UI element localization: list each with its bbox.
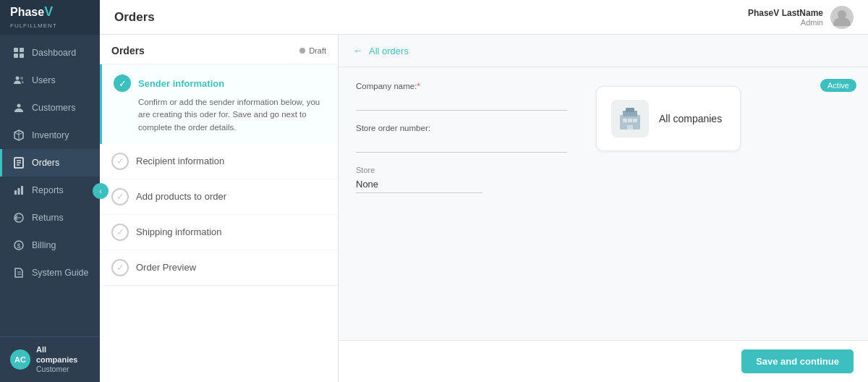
sidebar-item-billing[interactable]: $ Billing (0, 232, 100, 259)
back-arrow-icon[interactable]: ← (353, 45, 363, 56)
user-name: PhaseV LastName (748, 8, 823, 18)
sidebar: Phase V FULFILLMENT Dashboard Users Cust… (0, 0, 100, 382)
save-continue-button[interactable]: Save and continue (741, 349, 854, 373)
sidebar-item-returns[interactable]: Returns (0, 204, 100, 232)
step-shipping-label: Shipping information (136, 226, 222, 237)
store-select[interactable]: None (356, 176, 482, 193)
sidebar-item-dashboard[interactable]: Dashboard (0, 39, 100, 67)
svg-point-5 (20, 77, 23, 80)
store-label: Store (356, 166, 567, 174)
svg-rect-23 (623, 119, 627, 122)
step-shipping[interactable]: ✓ Shipping information (100, 215, 338, 250)
logo-v: V (44, 5, 53, 20)
sidebar-item-returns-label: Returns (32, 213, 64, 223)
form-footer: Save and continue (339, 340, 868, 382)
step-check-active-icon: ✓ (114, 75, 131, 92)
box-icon (12, 129, 25, 142)
sidebar-logo: Phase V FULFILLMENT (0, 0, 100, 35)
sidebar-navigation: Dashboard Users Customers Inventory Orde (0, 35, 100, 336)
step-recipient[interactable]: ✓ Recipient information (100, 144, 338, 179)
step-products-label: Add products to order (136, 191, 226, 202)
company-name-label: Company name:* (356, 82, 567, 90)
right-panel: ← All orders Company name:* Store order … (339, 35, 868, 382)
step-sender-description: Confirm or add the sender information be… (114, 96, 326, 134)
sidebar-item-reports[interactable]: Reports (0, 177, 100, 204)
sidebar-footer: AC All companies Customer (0, 336, 100, 382)
sidebar-item-orders-label: Orders (32, 158, 59, 168)
sidebar-item-system-guide-label: System Guide (32, 268, 89, 278)
steps-header: Orders Draft (100, 35, 338, 64)
step-sender-label: Sender information (138, 78, 224, 89)
company-card: All companies (596, 86, 741, 151)
svg-rect-3 (20, 54, 24, 58)
book-icon (12, 266, 25, 279)
orders-icon (12, 156, 25, 169)
svg-rect-1 (20, 48, 24, 52)
store-order-input[interactable] (356, 135, 567, 153)
grid-icon (12, 46, 25, 59)
steps-panel-title: Orders (111, 45, 145, 56)
company-icon (611, 100, 649, 137)
step-check-preview-icon: ✓ (111, 259, 129, 276)
logo-phase: Phase (10, 6, 44, 19)
all-orders-link[interactable]: All orders (369, 46, 409, 56)
sidebar-item-inventory[interactable]: Inventory (0, 122, 100, 149)
user-avatar (830, 6, 854, 29)
sidebar-item-billing-label: Billing (32, 240, 56, 250)
svg-rect-12 (18, 188, 20, 195)
logo-fulfillment: FULFILLMENT (10, 22, 57, 29)
company-name-input[interactable] (356, 93, 567, 111)
svg-rect-2 (14, 54, 18, 58)
sidebar-item-orders[interactable]: Orders (0, 149, 100, 177)
active-badge: Active (820, 79, 856, 92)
form-area: Company name:* Store order number: Store… (339, 67, 868, 340)
step-preview[interactable]: ✓ Order Preview (100, 250, 338, 286)
store-order-label: Store order number: (356, 124, 567, 132)
svg-rect-11 (14, 190, 17, 195)
required-star: * (417, 82, 420, 90)
avatar: AC (10, 349, 30, 370)
company-name-group: Company name:* (356, 82, 567, 111)
breadcrumb: ← All orders (339, 35, 868, 67)
svg-point-4 (16, 77, 20, 80)
step-check-recipient-icon: ✓ (111, 153, 129, 170)
svg-rect-26 (627, 125, 633, 130)
store-group: Store None (356, 166, 567, 193)
sidebar-item-users-label: Users (32, 75, 56, 85)
footer-company-name: All companies (36, 344, 90, 365)
topbar: Orders PhaseV LastName Admin (100, 0, 868, 35)
svg-rect-25 (633, 119, 637, 122)
people-icon (12, 101, 25, 114)
user-menu[interactable]: PhaseV LastName Admin (748, 6, 854, 29)
svg-rect-0 (14, 48, 18, 52)
content-area: Orders Draft ✓ Sender information Confir… (100, 35, 868, 382)
sidebar-collapse-button[interactable]: ‹ (93, 183, 109, 199)
svg-rect-24 (628, 119, 632, 122)
main-area: Orders PhaseV LastName Admin Orders Draf… (100, 0, 868, 382)
sidebar-item-reports-label: Reports (32, 185, 64, 195)
sidebar-item-customers[interactable]: Customers (0, 94, 100, 122)
company-card-name: All companies (659, 113, 722, 124)
form-section: Company name:* Store order number: Store… (339, 67, 584, 340)
sidebar-item-system-guide[interactable]: System Guide (0, 259, 100, 286)
step-preview-label: Order Preview (136, 262, 196, 273)
sidebar-item-inventory-label: Inventory (32, 130, 69, 140)
steps-panel: Orders Draft ✓ Sender information Confir… (100, 35, 339, 382)
step-check-products-icon: ✓ (111, 188, 129, 205)
users-icon (12, 74, 25, 87)
page-title: Orders (114, 10, 155, 25)
svg-point-6 (17, 104, 21, 108)
draft-dot (299, 48, 305, 54)
billing-icon: $ (12, 239, 25, 252)
svg-rect-22 (626, 108, 634, 112)
return-icon (12, 211, 25, 224)
sidebar-item-dashboard-label: Dashboard (32, 48, 76, 58)
draft-label: Draft (309, 46, 326, 55)
sidebar-item-customers-label: Customers (32, 103, 75, 113)
step-sender-active[interactable]: ✓ Sender information Confirm or add the … (100, 64, 338, 144)
step-recipient-label: Recipient information (136, 156, 224, 166)
step-products[interactable]: ✓ Add products to order (100, 179, 338, 215)
svg-text:$: $ (17, 242, 20, 250)
svg-rect-13 (21, 186, 23, 195)
sidebar-item-users[interactable]: Users (0, 67, 100, 94)
